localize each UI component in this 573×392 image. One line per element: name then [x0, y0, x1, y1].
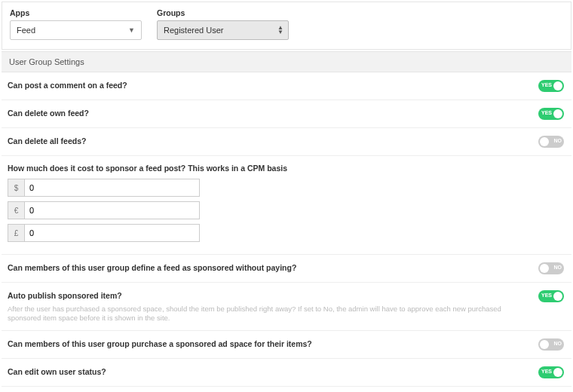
setting-label: Can edit own user status? [8, 366, 106, 378]
setting-label: Can delete own feed? [8, 108, 89, 119]
toggle-knob [540, 137, 549, 146]
apps-value: Feed [17, 26, 35, 35]
toggle-knob [553, 109, 562, 118]
setting-label: Can delete all feeds? [8, 136, 86, 147]
groups-value: Registered User [164, 26, 223, 35]
setting-edit-all-status: Can edit all user status? NO [2, 387, 571, 392]
toggle-delete-all[interactable]: NO [538, 136, 564, 148]
setting-purchase-ad: Can members of this user group purchase … [2, 331, 571, 359]
toggle-label: YES [541, 110, 552, 115]
setting-edit-own-status: Can edit own user status? YES [2, 359, 571, 387]
currency-input-eur[interactable] [24, 201, 200, 219]
toggle-knob [540, 264, 549, 273]
toggle-knob [553, 81, 562, 90]
chevron-down-icon: ▼ [128, 26, 135, 34]
setting-cost-sponsor: How much does it cost to sponsor a feed … [2, 156, 571, 255]
toggle-knob [553, 292, 562, 301]
toggle-label: NO [554, 341, 562, 346]
setting-help: After the user has purchased a sponsored… [8, 305, 529, 323]
select-icon: ▲▼ [277, 26, 283, 35]
toggle-purchase-ad[interactable]: NO [538, 338, 564, 351]
setting-label: Auto publish sponsored item? [8, 290, 529, 302]
currency-input-gbp[interactable] [24, 224, 200, 242]
currency-input-usd[interactable] [24, 179, 200, 197]
toggle-define-sponsored[interactable]: NO [538, 262, 564, 274]
groups-label: Groups [157, 8, 289, 17]
setting-post-comment: Can post a comment on a feed? YES [2, 72, 571, 100]
toggle-auto-publish[interactable]: YES [538, 290, 564, 302]
toggle-label: NO [554, 138, 562, 143]
toggle-label: NO [554, 265, 562, 270]
setting-label: How much does it cost to sponsor a feed … [8, 164, 565, 173]
setting-label: Can members of this user group define a … [8, 262, 296, 274]
setting-delete-all: Can delete all feeds? NO [2, 128, 571, 156]
toggle-knob [553, 368, 562, 377]
toggle-delete-own[interactable]: YES [538, 108, 564, 120]
currency-symbol: $ [8, 179, 24, 197]
setting-label: Can post a comment on a feed? [8, 80, 127, 91]
setting-delete-own: Can delete own feed? YES [2, 100, 571, 128]
groups-dropdown[interactable]: Registered User ▲▼ [157, 20, 289, 40]
groups-filter: Groups Registered User ▲▼ [157, 8, 289, 40]
toggle-knob [540, 340, 549, 349]
settings-list: Can post a comment on a feed? YES Can de… [2, 72, 571, 392]
apps-dropdown[interactable]: Feed ▼ [10, 20, 142, 40]
setting-label: Can members of this user group purchase … [8, 338, 312, 350]
toggle-label: YES [541, 82, 552, 87]
setting-define-sponsored: Can members of this user group define a … [2, 255, 571, 283]
currency-symbol: € [8, 201, 24, 219]
filter-panel: Apps Feed ▼ Groups Registered User ▲▼ [2, 2, 571, 50]
currency-row-usd: $ [8, 179, 200, 197]
toggle-post-comment[interactable]: YES [538, 80, 564, 92]
apps-label: Apps [10, 8, 142, 17]
toggle-label: YES [541, 369, 552, 374]
setting-auto-publish: Auto publish sponsored item? After the u… [2, 283, 571, 331]
currency-symbol: £ [8, 224, 24, 242]
toggle-label: YES [541, 292, 552, 298]
toggle-edit-own-status[interactable]: YES [538, 366, 564, 378]
apps-filter: Apps Feed ▼ [10, 8, 142, 40]
currency-row-gbp: £ [8, 224, 200, 242]
section-header: User Group Settings [2, 51, 571, 72]
currency-row-eur: € [8, 201, 200, 219]
